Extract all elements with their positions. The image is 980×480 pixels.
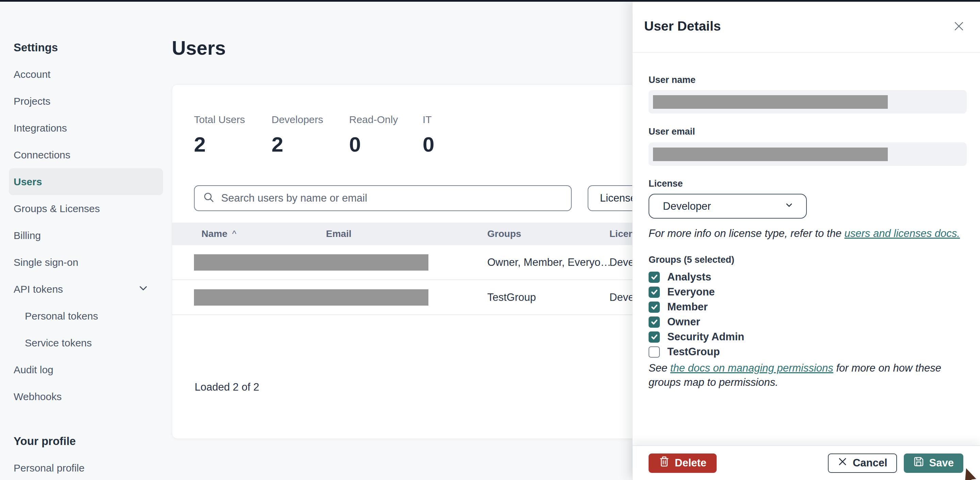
sidebar-item-audit-log[interactable]: Audit log — [14, 356, 165, 383]
checkbox-icon — [649, 331, 660, 343]
groups-checkbox-list: Analysts Everyone Member Owner Security … — [649, 269, 744, 359]
managing-permissions-docs-link[interactable]: the docs on managing permissions — [670, 362, 833, 374]
sidebar-item-api-tokens[interactable]: API tokens — [14, 276, 165, 303]
sidebar-item-billing[interactable]: Billing — [14, 222, 165, 249]
drawer-header: User Details — [633, 0, 980, 53]
settings-sidebar: Settings Account Projects Integrations C… — [14, 34, 165, 480]
column-header-groups[interactable]: Groups — [487, 228, 609, 239]
sidebar-item-integrations[interactable]: Integrations — [14, 114, 165, 141]
search-input[interactable] — [221, 192, 563, 204]
checkbox-everyone[interactable]: Everyone — [649, 285, 744, 299]
drawer-title: User Details — [644, 19, 951, 34]
sidebar-item-connections[interactable]: Connections — [14, 141, 165, 168]
checkbox-icon — [649, 317, 660, 328]
column-header-name[interactable]: Name^ — [202, 228, 326, 239]
sidebar-item-personal-tokens[interactable]: Personal tokens — [14, 303, 165, 330]
stat-read-only: Read-Only 0 — [349, 114, 423, 156]
search-icon — [203, 192, 215, 205]
redacted-name-email — [194, 289, 428, 306]
sidebar-item-personal-profile[interactable]: Personal profile — [14, 455, 165, 480]
user-name-field[interactable] — [649, 90, 967, 114]
save-disk-icon — [913, 456, 929, 470]
stat-total-users: Total Users 2 — [194, 114, 272, 156]
checkbox-icon — [649, 301, 660, 313]
checkbox-analysts[interactable]: Analysts — [649, 269, 744, 285]
sidebar-item-single-sign-on[interactable]: Single sign-on — [14, 249, 165, 276]
x-icon — [837, 456, 853, 469]
sidebar-item-groups-licenses[interactable]: Groups & Licenses — [14, 195, 165, 222]
stat-it: IT 0 — [423, 114, 434, 156]
user-name-label: User name — [649, 75, 695, 86]
permissions-note: See the docs on managing permissions for… — [649, 361, 975, 390]
loaded-status: Loaded 2 of 2 — [195, 381, 259, 393]
user-email-label: User email — [649, 127, 695, 137]
sort-ascending-icon: ^ — [232, 229, 236, 239]
delete-button[interactable]: Delete — [649, 453, 717, 473]
column-header-email[interactable]: Email — [326, 228, 487, 239]
users-licenses-docs-link[interactable]: users and licenses docs. — [845, 227, 960, 239]
sidebar-heading-your-profile: Your profile — [14, 428, 165, 455]
save-button[interactable]: Save — [904, 453, 963, 473]
user-email-field[interactable] — [649, 143, 967, 166]
sidebar-item-projects[interactable]: Projects — [14, 88, 165, 114]
sidebar-item-webhooks[interactable]: Webhooks — [14, 383, 165, 410]
groups-cell: Owner, Member, Everyo… — [487, 245, 611, 279]
checkbox-icon — [649, 346, 660, 358]
chevron-down-icon — [784, 200, 794, 212]
checkbox-owner[interactable]: Owner — [649, 314, 744, 330]
sidebar-item-users[interactable]: Users — [9, 168, 163, 195]
redacted-user-name — [653, 95, 888, 109]
chevron-down-icon — [137, 282, 149, 296]
user-search[interactable] — [194, 185, 572, 211]
groups-label: Groups (5 selected) — [649, 255, 734, 265]
groups-cell: TestGroup — [487, 280, 536, 314]
checkbox-testgroup[interactable]: TestGroup — [649, 344, 744, 359]
license-note: For more info on license type, refer to … — [649, 227, 960, 241]
trash-icon — [659, 456, 675, 470]
drawer-footer: Delete Cancel Save — [633, 445, 980, 480]
checkbox-icon — [649, 287, 660, 298]
checkbox-member[interactable]: Member — [649, 299, 744, 314]
license-label: License — [649, 179, 683, 189]
sidebar-item-account[interactable]: Account — [14, 61, 165, 88]
checkbox-icon — [649, 272, 660, 283]
mouse-cursor — [964, 466, 980, 480]
redacted-user-email — [653, 147, 888, 161]
page-title: Users — [172, 37, 226, 59]
sidebar-heading-settings: Settings — [14, 34, 165, 61]
close-icon[interactable] — [951, 19, 966, 34]
cancel-button[interactable]: Cancel — [828, 453, 897, 473]
sidebar-item-service-tokens[interactable]: Service tokens — [14, 330, 165, 356]
top-accent-bar — [0, 0, 980, 2]
user-details-drawer: User Details User name User email Licens… — [632, 0, 980, 480]
license-select[interactable]: Developer — [649, 194, 807, 219]
stat-developers: Developers 2 — [272, 114, 349, 156]
redacted-name-email — [194, 254, 428, 271]
checkbox-security-admin[interactable]: Security Admin — [649, 330, 744, 344]
